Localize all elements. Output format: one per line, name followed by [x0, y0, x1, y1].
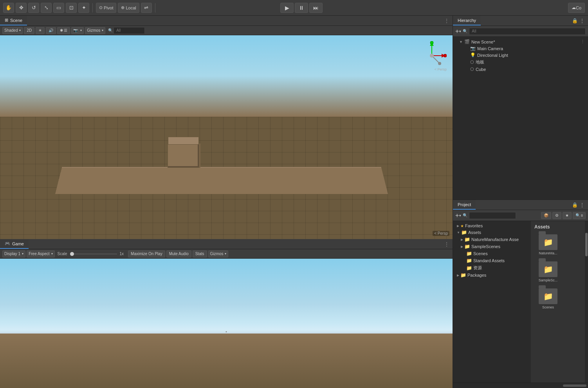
nature-folder-thumb: 📁: [539, 234, 557, 250]
effects-icon: ✱: [60, 28, 63, 33]
sun-icon: ☀: [38, 28, 42, 33]
extra-btn[interactable]: ⇌: [141, 3, 152, 13]
cube-label: Cube: [476, 67, 486, 72]
ground-icon: ⬡: [470, 60, 474, 65]
play-btn[interactable]: ▶: [280, 3, 294, 13]
nature-asset-label: NatureMa...: [539, 251, 557, 255]
project-scrollbar[interactable]: [585, 221, 588, 383]
project-hscrollbar: [453, 383, 588, 388]
scene-platform: [55, 167, 388, 194]
project-menu-btn[interactable]: ⋮: [579, 202, 585, 208]
hierarchy-lock-btn[interactable]: 🔒: [572, 18, 578, 24]
shading-dropdown[interactable]: Shaded: [2, 27, 23, 34]
project-lock-btn[interactable]: 🔒: [572, 202, 578, 208]
hierarchy-cube[interactable]: ⬡ Cube: [453, 66, 588, 73]
project-tree-packages[interactable]: ▶ 📁 Packages: [453, 272, 531, 279]
maximize-on-play-btn[interactable]: Maximize On Play: [128, 250, 165, 257]
project-content: ▶ ★ Favorites ▼ 📁 Assets ▶ 📁 NatureM: [453, 221, 588, 383]
scene-cube: [168, 143, 199, 168]
scene-vis-label: ☰: [64, 28, 67, 33]
pivot-label: Pivot: [104, 5, 113, 10]
local-btn[interactable]: ⊕ Local: [118, 3, 139, 13]
scene-panel-menu-btn[interactable]: ⋮: [441, 18, 453, 24]
project-packages-btn[interactable]: 📦: [541, 212, 551, 219]
nature-folder-icon: 📁: [464, 237, 470, 242]
scene-vis-btn[interactable]: ✱ ☰: [57, 27, 70, 34]
stats-btn[interactable]: Stats: [193, 250, 207, 257]
move-tool-btn[interactable]: ✥: [16, 3, 27, 13]
project-tree-assets[interactable]: ▼ 📁 Assets: [453, 229, 531, 236]
camera-icon: 📷: [470, 46, 476, 51]
scale-slider[interactable]: [70, 254, 117, 254]
hierarchy-content: ▼ 🎬 New Scene* ⋮ 📷 Main Camera 💡 Directi…: [453, 37, 588, 199]
gizmos-dropdown[interactable]: Gizmos: [85, 27, 105, 34]
assets-grid: 📁 NatureMa... 📁 SampleSc...: [534, 233, 582, 311]
project-add-btn[interactable]: + ▾: [455, 212, 461, 219]
sample-asset-label: SampleSc...: [539, 278, 558, 282]
gizmo-persp-label: < Persp: [435, 67, 447, 71]
cloud-collab-btn[interactable]: ☁ Co: [568, 3, 585, 13]
scale-value: 1x: [120, 252, 124, 256]
hierarchy-search-input[interactable]: [469, 28, 586, 35]
asset-scenes-folder[interactable]: 📁 Scenes: [534, 287, 562, 311]
audio-btn[interactable]: 🔊: [46, 27, 56, 34]
game-tab[interactable]: 🎮 Game: [0, 239, 29, 249]
hierarchy-menu-btn[interactable]: ⋮: [579, 18, 585, 24]
project-tab[interactable]: Project: [453, 200, 476, 210]
hierarchy-scene-root[interactable]: ▼ 🎬 New Scene* ⋮: [453, 38, 588, 45]
project-search-input[interactable]: [469, 212, 516, 219]
local-label: Local: [126, 5, 136, 10]
project-tree-resources[interactable]: 📁 资源: [453, 264, 531, 272]
project-tree-favorites[interactable]: ▶ ★ Favorites: [453, 223, 531, 229]
project-tree-standard[interactable]: 📁 Standard Assets: [453, 257, 531, 264]
lighting-btn[interactable]: ☀: [36, 27, 45, 34]
game-gizmos-btn[interactable]: Gizmos: [208, 250, 229, 257]
hand-tool-btn[interactable]: ✋: [3, 3, 14, 13]
hierarchy-add-btn[interactable]: + ▾: [455, 28, 461, 35]
project-tab-bar: Project 🔒 ⋮: [453, 200, 588, 210]
resources-label: 资源: [473, 265, 482, 271]
step-btn[interactable]: ⏭: [309, 3, 323, 13]
scene-cam-effects-btn[interactable]: 📷: [71, 27, 84, 34]
rotate-tool-btn[interactable]: ↺: [28, 3, 39, 13]
2d-toggle-btn[interactable]: 2D: [24, 27, 34, 34]
scene-search-input[interactable]: [114, 27, 145, 34]
game-tab-label: Game: [12, 241, 24, 246]
display-dropdown[interactable]: Display 1: [2, 250, 25, 257]
project-tree-sample[interactable]: ▶ 📁 SampleScenes: [453, 243, 531, 250]
game-center-dot: [226, 331, 227, 332]
aspect-dropdown[interactable]: Free Aspect: [27, 250, 54, 257]
hierarchy-tab[interactable]: Hierarchy: [453, 16, 481, 25]
pivot-btn[interactable]: ⊙ Pivot: [96, 3, 116, 13]
nature-label: NatureManufacture Asse: [471, 237, 519, 242]
hierarchy-main-camera[interactable]: 📷 Main Camera: [453, 45, 588, 52]
asset-nature-folder[interactable]: 📁 NatureMa...: [534, 233, 562, 257]
hierarchy-tab-label: Hierarchy: [458, 18, 476, 23]
add-dropdown-icon: ▾: [459, 29, 461, 33]
game-panel-menu-btn[interactable]: ⋮: [441, 241, 453, 247]
mute-audio-btn[interactable]: Mute Audio: [166, 250, 191, 257]
scale-tool-btn[interactable]: ⤡: [41, 3, 52, 13]
pivot-icon: ⊙: [99, 5, 103, 10]
asset-sample-folder[interactable]: 📁 SampleSc...: [534, 260, 562, 284]
custom-editor-btn[interactable]: ✦: [78, 3, 89, 13]
svg-point-6: [430, 54, 434, 58]
top-right-area: ☁ Co: [568, 3, 585, 13]
project-search-filter-btn[interactable]: 🔍 8: [573, 212, 586, 219]
scene-menu-icon: ⋮: [581, 39, 585, 44]
search-icon-hier: 🔍: [463, 29, 467, 33]
ground-label: 地板: [476, 59, 484, 65]
project-star-btn[interactable]: ★: [563, 212, 572, 219]
project-tree-nature[interactable]: ▶ 📁 NatureManufacture Asse: [453, 236, 531, 243]
project-tree-scenes[interactable]: 📁 Scenes: [453, 250, 531, 257]
transform-tool-btn[interactable]: ⊡: [66, 3, 77, 13]
hierarchy-directional-light[interactable]: 💡 Directional Light: [453, 52, 588, 58]
rect-tool-btn[interactable]: ▭: [53, 3, 64, 13]
maximize-label: Maximize On Play: [131, 252, 162, 256]
scale-label: Scale: [58, 252, 67, 256]
game-view: 🎮 Game ⋮ Display 1 Free Aspect Scale 1x …: [0, 239, 453, 388]
project-settings-btn[interactable]: ⚙: [552, 212, 561, 219]
pause-btn[interactable]: ⏸: [295, 3, 308, 13]
scene-tab[interactable]: ⊞ Scene: [0, 16, 27, 25]
hierarchy-ground[interactable]: ⬡ 地板: [453, 58, 588, 66]
